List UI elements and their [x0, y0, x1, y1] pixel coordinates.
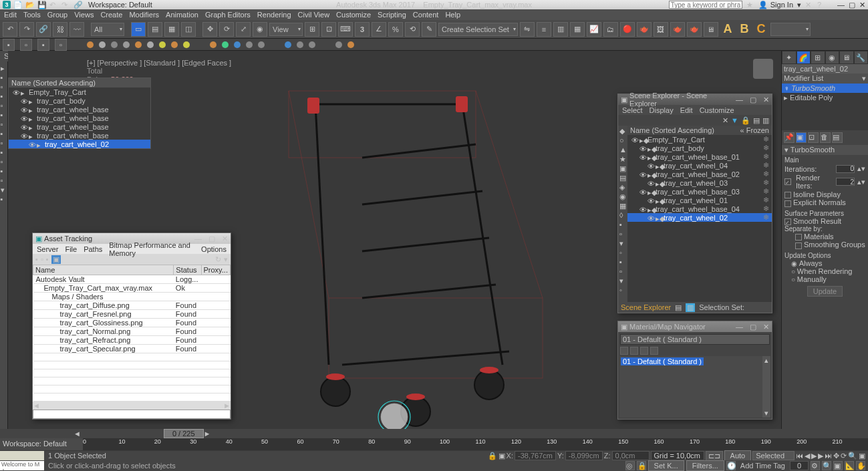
color-dot[interactable]: [309, 41, 315, 48]
time-config-button[interactable]: 🕐: [726, 461, 736, 470]
strip-icon[interactable]: ▫: [1, 139, 7, 146]
refcoord-dropdown[interactable]: View: [269, 23, 303, 36]
asset-tool-icon[interactable]: ↻: [215, 255, 221, 264]
asset-status-input[interactable]: [33, 410, 231, 419]
render-iter-button[interactable]: 🖥: [704, 22, 718, 37]
menu-animation[interactable]: Animation: [166, 11, 198, 19]
tree-item[interactable]: 👁▸◆tray_cart_wheel_base_04❄: [627, 204, 772, 213]
color-dot[interactable]: [210, 41, 216, 48]
nav-button[interactable]: 🔍: [848, 452, 857, 460]
asset-row[interactable]: tray_cart_Normal.pngFound: [33, 327, 231, 336]
undo-icon[interactable]: ↶: [49, 1, 57, 9]
manually-radio[interactable]: Manually: [797, 275, 827, 283]
named-selset-dropdown[interactable]: Create Selection Set: [438, 23, 518, 36]
footer-icon[interactable]: ▤: [675, 303, 682, 312]
render-iters-input[interactable]: [836, 178, 855, 186]
tab-motion[interactable]: ◉: [825, 51, 840, 64]
menu-scripting[interactable]: Scripting: [378, 11, 406, 19]
color-dot[interactable]: [285, 41, 291, 48]
close-icon[interactable]: ✕: [763, 96, 769, 104]
sign-in-link[interactable]: Sign In: [770, 1, 793, 9]
tree-item[interactable]: 👁▸tray_cart_wheel_base: [9, 105, 150, 114]
pivot-button[interactable]: ⊞: [305, 22, 319, 37]
minimize-icon[interactable]: —: [736, 323, 743, 331]
tree-item[interactable]: 👁▸◆tray_cart_wheel_04❄: [627, 161, 772, 170]
auto-key-button[interactable]: Auto: [724, 450, 752, 461]
time-slider[interactable]: ◄ 0 / 225 ►: [0, 429, 868, 438]
maxscript-mini-input[interactable]: Welcome to M A: [0, 461, 44, 470]
tree-item[interactable]: 👁▸Empty_Tray_Cart: [9, 88, 150, 96]
tab-hierarchy[interactable]: ⊞: [811, 51, 825, 64]
filter-icon[interactable]: ◆: [619, 127, 626, 134]
asset-tool-icon[interactable]: ▾: [224, 255, 228, 264]
asset-row[interactable]: tray_cart_Specular.pngFound: [33, 345, 231, 353]
y-field[interactable]: -8,099cm: [565, 451, 603, 460]
maximize-icon[interactable]: ▢: [208, 234, 215, 243]
render-setup-button[interactable]: 🫖: [637, 22, 652, 37]
color-dot[interactable]: [335, 41, 342, 48]
autokey-bracket-icon[interactable]: ⊏⊐: [706, 451, 723, 461]
filter-icon[interactable]: ◉: [619, 192, 626, 199]
tree-item[interactable]: 👁▸tray_cart_wheel_base: [9, 131, 150, 140]
key-filters-dropdown[interactable]: Selected: [752, 451, 794, 460]
color-dot[interactable]: [222, 41, 229, 48]
menu-create[interactable]: Create: [100, 11, 122, 19]
layers-button[interactable]: ▥: [553, 22, 568, 37]
viewmode-icon[interactable]: [620, 347, 628, 355]
color-dot[interactable]: [87, 41, 94, 48]
a-button[interactable]: A: [720, 22, 735, 36]
asset-row[interactable]: tray_cart_Glossiness.pngFound: [33, 319, 231, 327]
mirror-button[interactable]: ⇋: [520, 22, 535, 37]
selection-filter-dropdown[interactable]: All: [91, 23, 124, 36]
color-dot[interactable]: [111, 41, 118, 48]
render-preset-dropdown[interactable]: [770, 23, 811, 36]
tree-item[interactable]: 👁▸tray_cart_wheel_base: [9, 122, 150, 131]
asset-row[interactable]: tray_cart_Fresnel.pngFound: [33, 310, 231, 319]
matnav-field[interactable]: 01 - Default ( Standard ): [620, 334, 770, 345]
color-dot[interactable]: [297, 41, 303, 48]
strip-icon[interactable]: ▫: [1, 120, 7, 127]
save-icon[interactable]: 💾: [37, 1, 45, 9]
viewcube-icon[interactable]: [753, 59, 773, 79]
redo-icon[interactable]: ↷: [61, 1, 69, 9]
color-dot[interactable]: [234, 41, 241, 48]
isolate-button[interactable]: ◎: [625, 461, 635, 470]
nav-button[interactable]: ✥: [833, 452, 839, 460]
sceneexp-menu-customize[interactable]: Customize: [700, 106, 734, 114]
menu-help[interactable]: Help: [445, 11, 460, 19]
menu-tools[interactable]: Tools: [23, 11, 41, 19]
move-button[interactable]: ✥: [202, 22, 217, 37]
maximize-icon[interactable]: ▢: [750, 96, 756, 104]
tree-item[interactable]: 👁▸tray_cart_body: [9, 96, 150, 105]
layer-icon2[interactable]: ▫: [20, 39, 32, 51]
goto-end-button[interactable]: ⏭: [825, 452, 832, 460]
strip-icon[interactable]: ▫: [1, 158, 7, 164]
c-button[interactable]: C: [754, 22, 768, 36]
filter-icon[interactable]: ▤: [619, 174, 626, 180]
tree-item[interactable]: 👁▸tray_cart_wheel_02: [9, 140, 150, 148]
asset-col-name[interactable]: Name: [33, 265, 174, 275]
transform-type-icon[interactable]: ▣: [498, 452, 505, 460]
tab-modify[interactable]: 🌈: [797, 51, 811, 64]
tree-item[interactable]: 👁▸◆tray_cart_wheel_01❄: [627, 196, 772, 204]
sceneexp-col-frozen[interactable]: « Frozen: [740, 126, 769, 134]
minimize-icon[interactable]: —: [194, 234, 202, 243]
tree-item[interactable]: 👁▸◆tray_cart_wheel_base_01❄: [627, 152, 772, 161]
asset-menu-options[interactable]: Options: [201, 245, 227, 253]
tree-item[interactable]: 👁▸◆tray_cart_wheel_02❄: [627, 213, 772, 222]
key-filters-button[interactable]: Filters...: [686, 460, 724, 471]
tool-icon[interactable]: ▤: [753, 116, 760, 125]
iterations-input[interactable]: [836, 165, 855, 173]
menu-content[interactable]: Content: [413, 11, 439, 19]
strip-icon[interactable]: ▪: [1, 167, 7, 174]
strip-icon[interactable]: ▪: [1, 130, 7, 136]
rollout-title[interactable]: ▾ TurboSmooth: [782, 145, 868, 155]
color-dot[interactable]: [123, 41, 130, 48]
close-icon[interactable]: ✕: [763, 323, 769, 331]
current-frame-field[interactable]: 0: [790, 461, 809, 470]
asset-menu-paths[interactable]: Paths: [84, 245, 102, 253]
unlink-button[interactable]: ⛓: [53, 22, 67, 37]
object-name-field[interactable]: tray_cart_wheel_02: [782, 64, 868, 73]
prev-frame-button[interactable]: ◀: [805, 452, 810, 460]
tab-display[interactable]: 🖥: [839, 51, 854, 64]
